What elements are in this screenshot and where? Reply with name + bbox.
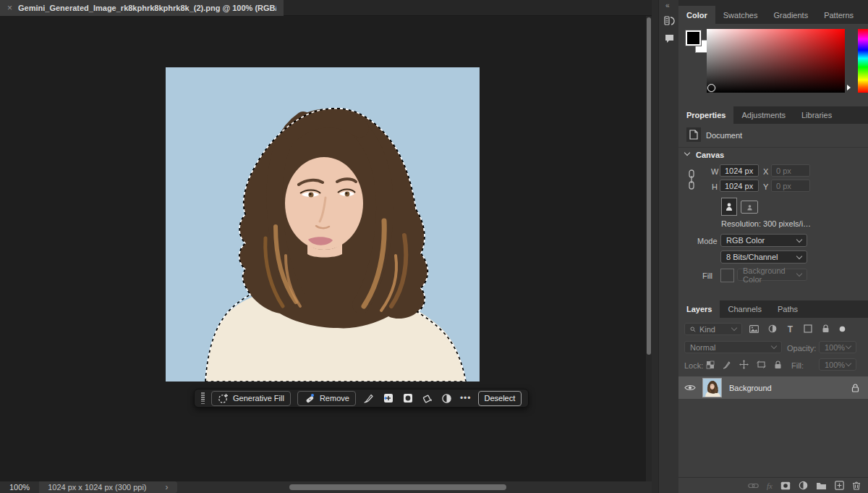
lock-label: Lock:: [684, 361, 703, 370]
remove-button[interactable]: Remove: [297, 391, 356, 406]
color-gradient-field[interactable]: [707, 29, 845, 93]
bit-depth-select[interactable]: 8 Bits/Channel: [720, 250, 807, 264]
portrait-orientation-button[interactable]: [721, 198, 737, 216]
layer-filter-toggle-icon[interactable]: [839, 326, 846, 332]
layer-thumbnail[interactable]: [702, 378, 722, 397]
x-label: X: [763, 167, 768, 176]
layers-panel-tab-bar: Layers Channels Paths: [678, 300, 868, 318]
fill-selection-button[interactable]: [421, 392, 434, 405]
hue-bar[interactable]: [858, 29, 868, 93]
collapse-panels-icon[interactable]: «: [665, 1, 669, 9]
comments-panel-button[interactable]: [663, 32, 676, 45]
tab-adjustments[interactable]: Adjustments: [733, 106, 793, 124]
tab-properties[interactable]: Properties: [678, 106, 733, 124]
filter-type-layers-icon[interactable]: T: [786, 324, 794, 333]
canvas-section-chevron-icon[interactable]: [685, 153, 689, 155]
layer-filter-icons: T: [749, 324, 846, 333]
vertical-scrollbar-thumb[interactable]: [647, 17, 651, 355]
search-icon: [690, 326, 696, 333]
layer-row-background[interactable]: Background: [678, 376, 868, 399]
more-options-button[interactable]: •••: [460, 393, 472, 403]
document-type-icon: [686, 127, 701, 142]
tab-gradients[interactable]: Gradients: [765, 6, 816, 24]
foreground-color-swatch[interactable]: [686, 30, 701, 46]
panel-dock-strip: «: [658, 0, 678, 493]
lock-artboard-icon[interactable]: [757, 361, 766, 368]
lock-position-icon[interactable]: [739, 360, 749, 369]
layer-fill-label: Fill:: [791, 361, 804, 370]
link-dimensions-icon[interactable]: [687, 169, 696, 190]
width-input[interactable]: 1024 px: [720, 164, 759, 177]
canvas-section-header[interactable]: Canvas: [696, 151, 724, 159]
filter-smart-objects-icon[interactable]: [822, 324, 830, 333]
layer-filter-kind-select[interactable]: Kind: [684, 323, 742, 335]
taskbar-drag-handle[interactable]: [201, 392, 205, 404]
transform-selection-button[interactable]: [382, 392, 395, 405]
tab-color[interactable]: Color: [678, 6, 715, 24]
y-label: Y: [763, 182, 768, 191]
fill-label: Fill: [702, 271, 712, 280]
deselect-button[interactable]: Deselect: [478, 391, 522, 406]
width-label: W: [711, 167, 718, 176]
tab-channels[interactable]: Channels: [720, 300, 769, 318]
y-input[interactable]: 0 px: [771, 180, 810, 192]
height-label: H: [712, 182, 718, 191]
lock-pixels-icon[interactable]: [723, 361, 731, 369]
add-layer-mask-icon[interactable]: [780, 481, 791, 490]
color-picker-cursor[interactable]: [707, 84, 715, 92]
portrait-image: [166, 67, 480, 382]
filter-pixel-layers-icon[interactable]: [749, 325, 759, 333]
properties-panel-tab-bar: Properties Adjustments Libraries: [678, 106, 868, 124]
paint-bucket-icon: [422, 393, 433, 404]
zoom-level-field[interactable]: 100%: [0, 483, 39, 492]
svg-text:T: T: [788, 324, 793, 333]
comment-icon: [664, 33, 675, 43]
fill-content-select[interactable]: Background Color: [737, 269, 807, 281]
right-panel-column: Color Swatches Gradients Patterns Proper…: [678, 0, 868, 493]
tab-libraries[interactable]: Libraries: [793, 106, 840, 124]
lock-icons-row: [706, 360, 782, 369]
lock-all-icon[interactable]: [774, 361, 782, 369]
lock-transparency-icon[interactable]: [706, 361, 715, 369]
close-tab-icon[interactable]: ×: [7, 4, 12, 12]
canvas-viewport[interactable]: Generative Fill Remove: [0, 16, 652, 481]
tab-paths[interactable]: Paths: [770, 300, 806, 318]
tab-layers[interactable]: Layers: [678, 300, 720, 318]
new-group-icon[interactable]: [816, 481, 827, 490]
height-input[interactable]: 1024 px: [720, 180, 759, 192]
filter-shape-layers-icon[interactable]: [804, 324, 812, 333]
vertical-scrollbar[interactable]: [646, 16, 652, 481]
landscape-icon: [746, 204, 753, 211]
new-layer-icon[interactable]: [835, 481, 844, 490]
delete-layer-icon[interactable]: [852, 481, 861, 490]
create-mask-button[interactable]: [401, 392, 414, 405]
document-tab[interactable]: × Gemini_Generated_Image_rk8kphrk8kphrk8…: [0, 0, 284, 16]
layer-effects-icon[interactable]: fx: [767, 481, 773, 490]
generative-fill-button[interactable]: Generative Fill: [211, 391, 291, 406]
fill-color-swatch[interactable]: [720, 269, 734, 282]
landscape-orientation-button[interactable]: [741, 201, 758, 214]
document-image[interactable]: [166, 67, 480, 382]
layer-fill-field[interactable]: 100%: [819, 358, 856, 371]
history-panel-button[interactable]: [663, 14, 676, 28]
layer-visibility-eye-icon[interactable]: [684, 384, 696, 392]
half-circle-adjustment-icon: [441, 393, 452, 404]
blend-mode-select[interactable]: Normal: [684, 341, 782, 353]
tab-patterns[interactable]: Patterns: [816, 6, 861, 24]
layer-lock-icon[interactable]: [851, 384, 859, 392]
document-size-info[interactable]: 1024 px x 1024 px (300 ppi) ›: [39, 481, 176, 493]
adjustment-button[interactable]: [441, 392, 454, 405]
selection-brush-button[interactable]: [362, 392, 375, 405]
filter-adjustment-layers-icon[interactable]: [768, 324, 777, 333]
horizontal-scrollbar-thumb[interactable]: [289, 484, 506, 490]
link-layers-icon[interactable]: [748, 482, 759, 489]
x-input[interactable]: 0 px: [771, 164, 810, 177]
color-mode-select[interactable]: RGB Color: [720, 234, 807, 247]
status-chevron-icon: ›: [166, 482, 169, 492]
hue-slider-arrow[interactable]: [847, 85, 851, 90]
contextual-task-bar: Generative Fill Remove: [194, 389, 529, 408]
layer-name[interactable]: Background: [729, 384, 772, 392]
new-adjustment-layer-icon[interactable]: [799, 481, 808, 490]
tab-swatches[interactable]: Swatches: [715, 6, 766, 24]
opacity-field[interactable]: 100%: [819, 341, 856, 353]
